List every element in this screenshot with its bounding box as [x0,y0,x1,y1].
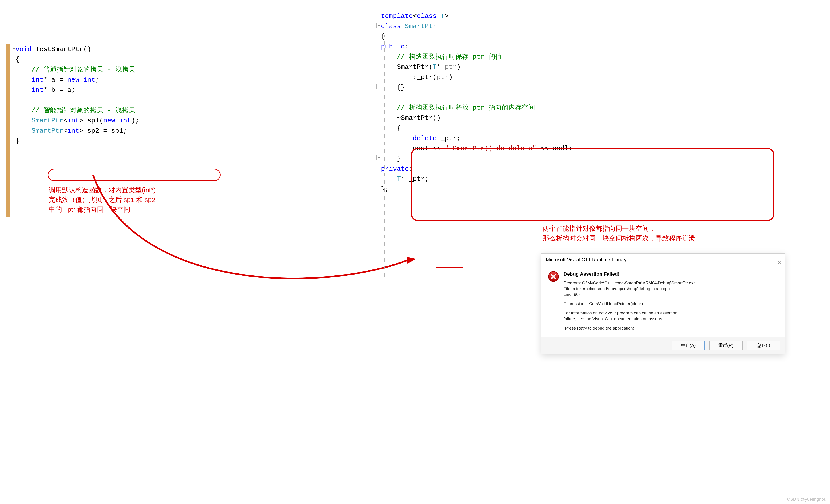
rparen: ) [457,63,460,71]
txt: _ptr; [437,135,460,142]
kw-int: int [31,76,43,84]
dtor-l: { [397,124,401,132]
star: * [437,63,445,71]
init: :_ptr( [413,73,437,81]
type-smartptr: SmartPtr [31,117,63,124]
underline-ptr [436,267,463,268]
margin-bar [8,44,10,217]
tparam: T [397,176,401,183]
paren: () [83,45,91,53]
anno-line: 两个智能指针对像都指向同一块空间， [543,224,695,233]
comment: // 析构函数执行时释放 ptr 指向的内存空间 [397,104,535,112]
lt: < [63,117,67,124]
error-icon [548,271,559,282]
gt: > sp1( [79,117,103,124]
kw-class: class [417,12,441,20]
kw-private: private [381,165,409,173]
dialog-retry-hint: (Press Retry to debug the application) [564,326,778,330]
ctor: SmartPtr( [397,63,433,71]
colon: : [405,43,409,51]
kw-void: void [15,45,31,53]
fn-name: TestSmartPtr [35,45,83,53]
txt: * b = a; [43,86,75,94]
fold-toggle-ctor[interactable]: – [377,84,381,89]
comment: // 智能指针对象的拷贝 - 浅拷贝 [31,107,135,114]
dtor-r: } [397,155,401,162]
param: ptr [445,63,457,71]
comment: // 普通指针对象的拷贝 - 浅拷贝 [31,66,135,73]
kw-class: class [381,23,405,30]
gt-sp2: > sp2 = sp1; [79,127,127,135]
dialog-line: Line: 904 [564,292,778,297]
gt: > [445,12,449,20]
kw-int: int [31,86,43,94]
kw-new: new [67,76,83,84]
tparam: T [433,63,437,71]
kw-new: new [103,117,119,124]
screenshot-root: { "left": { "line1": {"kw_void":"void","… [0,0,830,504]
ctor-body: {} [397,84,405,91]
dialog-expression: Expression: _CrtIsValidHeapPointer(block… [564,302,778,306]
dialog-heading: Debug Assertion Failed! [564,271,778,277]
dialog-info: For information on how your program can … [564,311,778,316]
dialog-body: Debug Assertion Failed! Program: C:\MyCo… [541,266,785,337]
param: ptr [437,73,449,81]
annotation-right: 两个智能指针对像都指向同一块空间， 那么析构时会对同一块空间析构两次，导致程序崩… [543,224,695,243]
dialog-info: failure, see the Visual C++ documentatio… [564,316,778,321]
type-smartptr: SmartPtr [31,127,63,135]
kw-template: template [381,12,413,20]
init3: ) [449,73,453,81]
retry-button[interactable]: 重试(R) [709,341,742,350]
anno-line: 那么析构时会对同一块空间析构两次，导致程序崩溃 [543,233,695,243]
semi: ); [131,117,139,124]
dialog-titlebar[interactable]: Microsoft Visual C++ Runtime Library × [541,254,785,266]
kw-delete: delete [413,135,437,142]
scope-guide-left [19,58,19,217]
left-code-block: void TestSmartPtr() { // 普通指针对象的拷贝 - 浅拷贝… [15,44,139,146]
classname: SmartPtr [405,23,437,30]
dialog-file: File: minkernel\crts\ucrt\src\appcrt\hea… [564,286,778,291]
kw-int: int [67,127,79,135]
scope-guide-right [384,35,385,278]
close-icon[interactable]: × [778,256,781,269]
kw-int: int [83,76,95,84]
tparam: T [441,12,445,20]
semi: ; [95,76,99,84]
fold-toggle-dtor[interactable]: – [377,155,381,160]
abort-button[interactable]: 中止(A) [672,341,705,350]
fold-toggle-class[interactable]: – [377,23,381,28]
arrow-head-icon [407,255,416,263]
runtime-error-dialog: Microsoft Visual C++ Runtime Library × D… [541,253,785,354]
lt: < [63,127,67,135]
kw-int: int [67,117,79,124]
dialog-title-text: Microsoft Visual C++ Runtime Library [546,257,627,262]
ignore-button[interactable]: 忽略(I) [747,341,780,350]
lt: < [413,12,417,20]
kw-int: int [119,117,131,124]
highlight-dtor-block [411,148,774,221]
dialog-program: Program: C:\MyCode\C++_code\SmartPtr\ARM… [564,281,778,285]
dialog-button-bar: 中止(A) 重试(R) 忽略(I) [541,337,785,354]
txt: * a = [43,76,67,84]
watermark-text: CSDN @yuelinghou [787,497,826,502]
dtor: ~SmartPtr() [397,114,441,122]
comment: // 构造函数执行时保存 ptr 的值 [397,53,502,61]
class-end: }; [381,186,389,193]
margin-bar-outer [6,44,7,217]
